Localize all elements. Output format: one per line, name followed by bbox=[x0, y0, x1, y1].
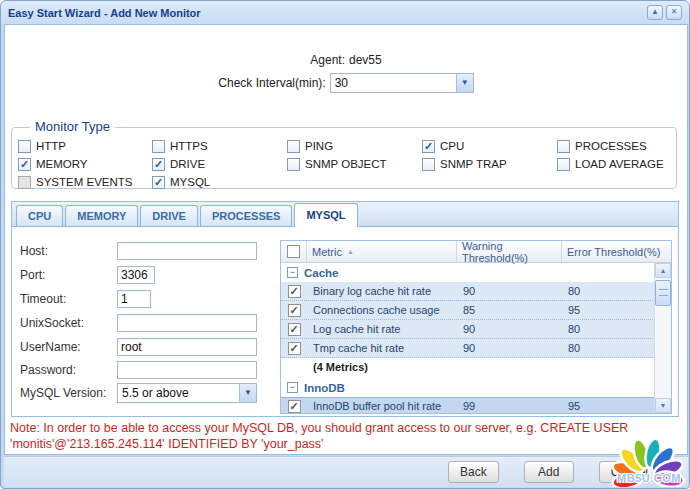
warning-cell: 85 bbox=[457, 304, 562, 316]
check-interval-select[interactable]: 30 ▼ bbox=[330, 73, 474, 93]
unixsocket-row: UnixSocket: bbox=[20, 313, 257, 333]
row-checkbox-checked-icon[interactable]: ✓ bbox=[288, 342, 301, 355]
password-row: Password: bbox=[20, 360, 257, 380]
group-header-cache[interactable]: − Cache bbox=[281, 263, 671, 282]
warning-cell: 90 bbox=[457, 323, 562, 335]
collapse-icon[interactable]: ▲ bbox=[647, 5, 663, 20]
mysql-version-label: MySQL Version: bbox=[20, 386, 117, 400]
timeout-label: Timeout: bbox=[20, 292, 117, 306]
metric-cell: Binary log cache hit rate bbox=[307, 285, 457, 297]
monitor-tab-panel: CPU MEMORY DRIVE PROCESSES MYSQL Host: P… bbox=[11, 201, 679, 417]
tab-strip: CPU MEMORY DRIVE PROCESSES MYSQL bbox=[12, 202, 678, 227]
tab-memory[interactable]: MEMORY bbox=[65, 205, 138, 226]
unixsocket-label: UnixSocket: bbox=[20, 316, 117, 330]
mysql-access-note: Note: In order to be able to access your… bbox=[10, 421, 655, 452]
tab-drive[interactable]: DRIVE bbox=[140, 205, 198, 226]
mysql-version-select[interactable]: 5.5 or above ▼ bbox=[117, 383, 257, 403]
dialog-title: Easy Start Wizard - Add New Monitor bbox=[8, 7, 201, 19]
table-row[interactable]: ✓ Tmp cache hit rate 90 80 bbox=[281, 339, 671, 358]
password-input[interactable] bbox=[117, 361, 257, 379]
unixsocket-input[interactable] bbox=[117, 314, 257, 332]
group-header-innodb[interactable]: − InnoDB bbox=[281, 378, 671, 397]
collapse-group-icon[interactable]: − bbox=[287, 267, 298, 278]
mysql-version-value: 5.5 or above bbox=[118, 384, 239, 402]
column-header-error[interactable]: Error Threshold(%) bbox=[562, 241, 671, 262]
scroll-down-icon[interactable]: ▼ bbox=[655, 398, 671, 413]
tab-cpu[interactable]: CPU bbox=[16, 205, 63, 226]
table-row[interactable]: ✓ Log cache hit rate 90 80 bbox=[281, 320, 671, 339]
checkbox-unchecked-icon[interactable] bbox=[422, 158, 435, 171]
footer-bar: Back Add Cancel bbox=[4, 456, 688, 487]
tab-mysql[interactable]: MYSQL bbox=[294, 203, 357, 227]
monitor-type-mysql[interactable]: ✓MYSQL bbox=[152, 174, 287, 190]
monitor-type-grid: HTTP HTTPS PING ✓CPU PROCESSES ✓MEMORY ✓… bbox=[12, 128, 676, 190]
username-row: UserName: bbox=[20, 337, 257, 357]
back-button[interactable]: Back bbox=[448, 461, 499, 483]
grid-header: Metric▲ Warning Threshold(%) Error Thres… bbox=[281, 241, 671, 263]
scroll-up-icon[interactable]: ▲ bbox=[655, 263, 671, 278]
column-header-warning[interactable]: Warning Threshold(%) bbox=[457, 241, 562, 262]
group-name: Cache bbox=[304, 267, 339, 279]
table-row-selected[interactable]: ✓ InnoDB buffer pool hit rate 99 95 bbox=[281, 397, 671, 414]
mysql-version-row: MySQL Version: 5.5 or above ▼ bbox=[20, 383, 257, 403]
check-interval-label: Check Interval(min): bbox=[218, 76, 325, 90]
scrollbar-thumb[interactable] bbox=[655, 280, 671, 306]
row-checkbox-checked-icon[interactable]: ✓ bbox=[288, 304, 301, 317]
checkbox-unchecked-icon[interactable] bbox=[287, 158, 300, 171]
row-checkbox-checked-icon[interactable]: ✓ bbox=[288, 323, 301, 336]
checkbox-checked-icon[interactable]: ✓ bbox=[18, 158, 31, 171]
monitor-type-drive[interactable]: ✓DRIVE bbox=[152, 156, 287, 172]
checkbox-disabled-icon bbox=[18, 176, 31, 189]
mysql-tab-content: Host: Port: Timeout: UnixSocket: UserNam… bbox=[12, 227, 678, 416]
host-label: Host: bbox=[20, 244, 117, 258]
column-header-metric[interactable]: Metric▲ bbox=[307, 241, 457, 262]
group-summary-row: (4 Metrics) bbox=[281, 358, 671, 376]
port-input[interactable] bbox=[117, 266, 155, 284]
host-input[interactable] bbox=[117, 242, 257, 260]
easy-start-wizard-dialog: Easy Start Wizard - Add New Monitor ▲ ✕ … bbox=[0, 0, 690, 489]
monitor-type-snmp-trap[interactable]: SNMP TRAP bbox=[422, 156, 557, 172]
checkbox-unchecked-icon[interactable] bbox=[18, 140, 31, 153]
username-input[interactable] bbox=[117, 338, 257, 356]
port-row: Port: bbox=[20, 265, 155, 285]
add-button[interactable]: Add bbox=[524, 461, 574, 483]
monitor-type-load-average[interactable]: LOAD AVERAGE bbox=[557, 156, 676, 172]
monitor-type-http[interactable]: HTTP bbox=[18, 138, 152, 154]
monitor-type-ping[interactable]: PING bbox=[287, 138, 422, 154]
select-all-checkbox[interactable] bbox=[287, 245, 300, 258]
title-bar-buttons: ▲ ✕ bbox=[647, 5, 682, 20]
checkbox-unchecked-icon[interactable] bbox=[557, 158, 570, 171]
chevron-down-icon[interactable]: ▼ bbox=[456, 74, 473, 92]
row-checkbox-checked-icon[interactable]: ✓ bbox=[288, 285, 301, 298]
checkbox-checked-icon[interactable]: ✓ bbox=[422, 140, 435, 153]
row-checkbox-checked-icon[interactable]: ✓ bbox=[288, 400, 301, 413]
monitor-type-processes[interactable]: PROCESSES bbox=[557, 138, 676, 154]
monitor-type-snmp-object[interactable]: SNMP OBJECT bbox=[287, 156, 422, 172]
select-all-cell bbox=[281, 241, 307, 262]
monitor-type-https[interactable]: HTTPS bbox=[152, 138, 287, 154]
check-interval-value: 30 bbox=[331, 74, 456, 92]
metric-cell: Log cache hit rate bbox=[307, 323, 457, 335]
warning-cell: 90 bbox=[457, 285, 562, 297]
checkbox-unchecked-icon[interactable] bbox=[152, 140, 165, 153]
table-row[interactable]: ✓ Binary log cache hit rate 90 80 bbox=[281, 282, 671, 301]
close-icon[interactable]: ✕ bbox=[666, 5, 682, 20]
checkbox-unchecked-icon[interactable] bbox=[557, 140, 570, 153]
title-bar: Easy Start Wizard - Add New Monitor ▲ ✕ bbox=[1, 1, 689, 24]
tab-processes[interactable]: PROCESSES bbox=[200, 205, 292, 226]
checkbox-unchecked-icon[interactable] bbox=[287, 140, 300, 153]
monitor-type-cpu[interactable]: ✓CPU bbox=[422, 138, 557, 154]
watermark-text: MB5U.COM bbox=[617, 472, 681, 484]
checkbox-checked-icon[interactable]: ✓ bbox=[152, 176, 165, 189]
grid-scrollbar[interactable]: ▲ ▼ bbox=[654, 263, 671, 413]
collapse-group-icon[interactable]: − bbox=[287, 382, 298, 393]
agent-value: dev55 bbox=[349, 53, 382, 67]
warning-cell: 99 bbox=[457, 400, 562, 412]
monitor-type-memory[interactable]: ✓MEMORY bbox=[18, 156, 152, 172]
metric-cell: InnoDB buffer pool hit rate bbox=[307, 400, 457, 412]
table-row[interactable]: ✓ Connections cache usage 85 95 bbox=[281, 301, 671, 320]
chevron-down-icon[interactable]: ▼ bbox=[239, 384, 256, 402]
metrics-grid: Metric▲ Warning Threshold(%) Error Thres… bbox=[280, 240, 672, 414]
checkbox-checked-icon[interactable]: ✓ bbox=[152, 158, 165, 171]
timeout-input[interactable] bbox=[117, 290, 151, 308]
